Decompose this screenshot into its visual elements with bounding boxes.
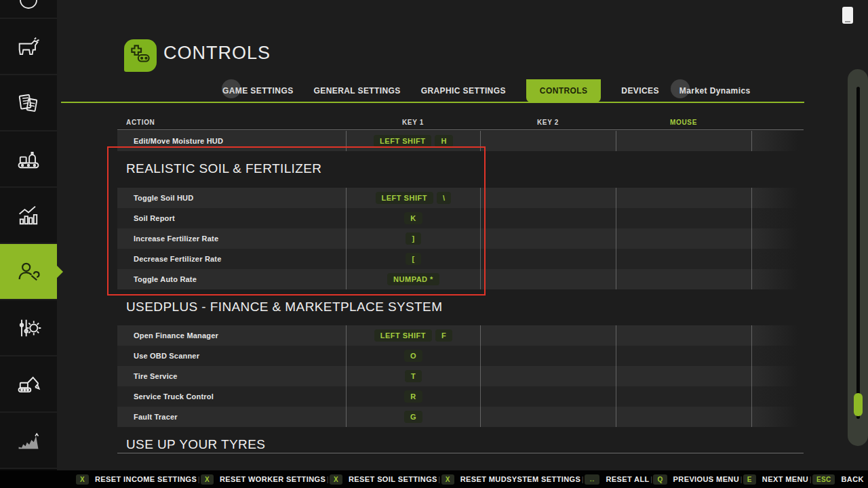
separator: | xyxy=(810,475,812,483)
key-badge: \ xyxy=(437,192,452,204)
empty-binding-cell[interactable] xyxy=(751,325,804,346)
sidebar-item-player-settings[interactable] xyxy=(0,244,57,300)
bottom-bar: XRESET INCOME SETTINGS|XRESET WORKER SET… xyxy=(0,470,868,488)
hotkey-label: PREVIOUS MENU xyxy=(673,475,740,483)
controls-settings-screen: CONTROLS GAME SETTINGSGENERAL SETTINGSGR… xyxy=(0,0,868,488)
empty-binding-cell[interactable] xyxy=(480,407,616,427)
empty-binding-cell[interactable] xyxy=(616,249,751,269)
table-row[interactable]: Tire ServiceT xyxy=(117,366,804,386)
empty-binding-cell[interactable] xyxy=(751,228,804,249)
key-badge: H xyxy=(435,135,452,147)
tab-devices[interactable]: DEVICES xyxy=(621,79,658,102)
column-header-mouse: MOUSE xyxy=(616,119,751,126)
hotkey-label: NEXT MENU xyxy=(762,475,808,483)
top-row-group: Edit/Move Moisture HUDLEFT SHIFTH xyxy=(117,131,804,151)
empty-binding-cell[interactable] xyxy=(751,131,804,151)
empty-binding-cell[interactable] xyxy=(751,386,804,407)
key-badge: K xyxy=(404,212,422,224)
empty-binding-cell[interactable] xyxy=(616,407,751,427)
empty-binding-cell[interactable] xyxy=(751,208,804,228)
table-row[interactable]: Soil ReportK xyxy=(117,208,804,228)
table-row[interactable]: Fault TracerG xyxy=(117,407,804,427)
action-label: Service Truck Control xyxy=(134,392,214,401)
empty-binding-cell[interactable] xyxy=(480,249,616,269)
sidebar-item-animals[interactable] xyxy=(0,19,57,75)
table-row[interactable]: Service Truck ControlR xyxy=(117,386,804,407)
tab-market-dynamics[interactable]: Market Dynamics xyxy=(679,79,751,102)
table-row[interactable]: Decrease Fertilizer Rate[ xyxy=(117,249,804,269)
hotkey-back[interactable]: ESCBACK xyxy=(812,474,864,485)
empty-binding-cell[interactable] xyxy=(480,325,616,346)
action-label: Tire Service xyxy=(134,372,178,380)
empty-binding-cell[interactable] xyxy=(616,188,751,208)
hotkey-reset-mudsystem-settings[interactable]: XRESET MUDSYSTEM SETTINGS xyxy=(441,474,581,485)
tab-controls[interactable]: CONTROLS xyxy=(526,79,601,102)
empty-binding-cell[interactable] xyxy=(616,325,751,346)
hotkey-reset-all[interactable]: ↔RESET ALL xyxy=(585,474,650,485)
sidebar-item-game-settings[interactable] xyxy=(0,300,57,357)
hotkey-label: RESET INCOME SETTINGS xyxy=(95,475,197,483)
sidebar-item-statistics[interactable] xyxy=(0,188,57,244)
table-header: ACTION KEY 1 KEY 2 MOUSE xyxy=(117,116,804,129)
empty-binding-cell[interactable] xyxy=(616,228,751,249)
empty-binding-cell[interactable] xyxy=(480,208,616,228)
partial-circle-icon xyxy=(16,0,41,18)
empty-binding-cell[interactable] xyxy=(616,346,751,366)
key-badge: R xyxy=(404,390,422,403)
empty-binding-cell[interactable] xyxy=(751,269,804,289)
action-label: Use OBD Scanner xyxy=(134,352,199,360)
sidebar-item-terrain[interactable] xyxy=(0,413,57,469)
empty-binding-cell[interactable] xyxy=(616,386,751,407)
hotkey-reset-income-settings[interactable]: XRESET INCOME SETTINGS xyxy=(76,474,197,485)
table-row[interactable]: Edit/Move Moisture HUDLEFT SHIFTH xyxy=(117,131,804,151)
table-row[interactable]: Toggle Soil HUDLEFT SHIFT\ xyxy=(117,188,804,208)
separator: | xyxy=(582,475,584,483)
empty-binding-cell[interactable] xyxy=(616,366,751,386)
hotkey-previous-menu[interactable]: QPREVIOUS MENU xyxy=(653,474,739,485)
empty-binding-cell[interactable] xyxy=(480,131,616,151)
scrollbar-thumb[interactable] xyxy=(854,393,863,416)
empty-binding-cell[interactable] xyxy=(480,269,616,289)
table-row[interactable]: Use OBD ScannerO xyxy=(117,346,804,366)
sidebar-item-scrolled[interactable] xyxy=(0,0,57,19)
sidebar-item-construction[interactable] xyxy=(0,357,57,413)
column-header-key1: KEY 1 xyxy=(346,119,480,126)
empty-binding-cell[interactable] xyxy=(751,366,804,386)
empty-binding-cell[interactable] xyxy=(480,346,616,366)
tab-general-settings[interactable]: GENERAL SETTINGS xyxy=(314,79,401,102)
empty-binding-cell[interactable] xyxy=(751,188,804,208)
empty-binding-cell[interactable] xyxy=(751,249,804,269)
empty-binding-cell[interactable] xyxy=(616,269,751,289)
empty-binding-cell[interactable] xyxy=(616,131,751,151)
table-row[interactable]: Toggle Auto RateNUMPAD * xyxy=(117,269,804,289)
sidebar-item-production[interactable] xyxy=(0,131,57,188)
scrollbar xyxy=(848,69,868,446)
empty-binding-cell[interactable] xyxy=(480,188,616,208)
hotkey-label: BACK xyxy=(841,475,863,483)
scrollbar-track[interactable] xyxy=(856,87,860,419)
empty-binding-cell[interactable] xyxy=(480,228,616,249)
empty-binding-cell[interactable] xyxy=(751,407,804,427)
table-row[interactable]: Increase Fertilizer Rate] xyxy=(117,228,804,249)
empty-binding-cell[interactable] xyxy=(751,346,804,366)
empty-binding-cell[interactable] xyxy=(480,366,616,386)
player-settings-icon xyxy=(15,258,42,285)
empty-binding-cell[interactable] xyxy=(480,386,616,407)
key-badge: ] xyxy=(406,232,420,245)
hotkey-next-menu[interactable]: ENEXT MENU xyxy=(743,474,808,485)
hotkey-reset-worker-settings[interactable]: XRESET WORKER SETTINGS xyxy=(201,474,326,485)
key-badge: F xyxy=(435,329,452,342)
key-badge: LEFT SHIFT xyxy=(376,192,433,204)
table-row[interactable]: Open Finance ManagerLEFT SHIFTF xyxy=(117,325,804,346)
controls-page-icon xyxy=(124,39,157,72)
page-title: CONTROLS xyxy=(163,43,271,64)
gamepad-icon xyxy=(127,41,153,70)
key-badge: Q xyxy=(653,474,667,485)
empty-binding-cell[interactable] xyxy=(616,208,751,228)
hotkey-reset-soil-settings[interactable]: XRESET SOIL SETTINGS xyxy=(330,474,437,485)
contracts-icon xyxy=(15,89,42,117)
separator: | xyxy=(198,475,200,483)
sidebar-item-contracts[interactable] xyxy=(0,75,57,131)
tab-graphic-settings[interactable]: GRAPHIC SETTINGS xyxy=(421,79,506,102)
key-badge: [ xyxy=(406,253,420,265)
